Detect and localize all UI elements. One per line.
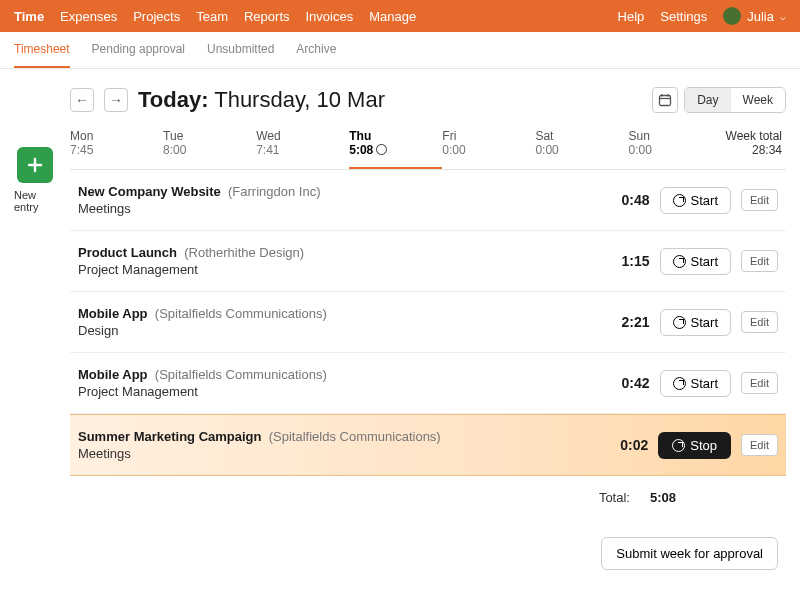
entry-duration: 0:48 xyxy=(600,192,650,208)
edit-button[interactable]: Edit xyxy=(741,311,778,333)
clock-icon xyxy=(672,439,685,452)
start-button[interactable]: Start xyxy=(660,309,731,336)
running-icon xyxy=(376,144,387,155)
top-nav-left: Time Expenses Projects Team Reports Invo… xyxy=(14,9,416,24)
svg-rect-2 xyxy=(660,96,671,106)
edit-button[interactable]: Edit xyxy=(741,250,778,272)
header-row: ← → Today: Thursday, 10 Mar Day Week xyxy=(70,87,786,113)
prev-day-button[interactable]: ← xyxy=(70,88,94,112)
total-label: Total: xyxy=(599,490,630,505)
time-entry: Mobile App (Spitalfields Communications)… xyxy=(70,292,786,353)
view-toggle: Day Week xyxy=(684,87,786,113)
view-week-option[interactable]: Week xyxy=(731,88,785,112)
edit-button[interactable]: Edit xyxy=(741,372,778,394)
start-button[interactable]: Start xyxy=(660,248,731,275)
start-button[interactable]: Start xyxy=(660,370,731,397)
day-sat[interactable]: Sat0:00 xyxy=(535,125,628,169)
edit-button[interactable]: Edit xyxy=(741,189,778,211)
day-fri[interactable]: Fri0:00 xyxy=(442,125,535,169)
nav-expenses[interactable]: Expenses xyxy=(60,9,117,24)
stop-button[interactable]: Stop xyxy=(658,432,731,459)
time-entry-running: Summer Marketing Campaign (Spitalfields … xyxy=(70,414,786,476)
top-nav: Time Expenses Projects Team Reports Invo… xyxy=(0,0,800,32)
entry-duration: 1:15 xyxy=(600,253,650,269)
main-panel: ← → Today: Thursday, 10 Mar Day Week Mon… xyxy=(70,87,786,570)
clock-icon xyxy=(673,194,686,207)
clock-icon xyxy=(673,255,686,268)
new-entry-label: New entry xyxy=(14,189,56,213)
avatar xyxy=(723,7,741,25)
calendar-button[interactable] xyxy=(652,87,678,113)
nav-invoices[interactable]: Invoices xyxy=(306,9,354,24)
entry-duration: 0:02 xyxy=(598,437,648,453)
entry-duration: 2:21 xyxy=(600,314,650,330)
user-menu[interactable]: Julia ⌵ xyxy=(723,7,786,25)
tab-timesheet[interactable]: Timesheet xyxy=(14,42,70,68)
sidebar: New entry xyxy=(14,147,56,570)
edit-button[interactable]: Edit xyxy=(741,434,778,456)
page-title: Today: Thursday, 10 Mar xyxy=(138,87,385,113)
tab-pending-approval[interactable]: Pending approval xyxy=(92,42,185,68)
time-entry: New Company Website (Farringdon Inc) Mee… xyxy=(70,170,786,231)
week-total: Week total 28:34 xyxy=(722,125,786,169)
sub-tabs: Timesheet Pending approval Unsubmitted A… xyxy=(0,32,800,69)
nav-team[interactable]: Team xyxy=(196,9,228,24)
entry-duration: 0:42 xyxy=(600,375,650,391)
day-thu[interactable]: Thu 5:08 xyxy=(349,125,442,169)
submit-week-button[interactable]: Submit week for approval xyxy=(601,537,778,570)
time-entry: Mobile App (Spitalfields Communications)… xyxy=(70,353,786,414)
settings-link[interactable]: Settings xyxy=(660,9,707,24)
next-day-button[interactable]: → xyxy=(104,88,128,112)
help-link[interactable]: Help xyxy=(618,9,645,24)
new-entry-button[interactable] xyxy=(17,147,53,183)
day-mon[interactable]: Mon 7:45 xyxy=(70,125,163,169)
total-value: 5:08 xyxy=(650,490,676,505)
day-sun[interactable]: Sun0:00 xyxy=(628,125,721,169)
nav-manage[interactable]: Manage xyxy=(369,9,416,24)
tab-archive[interactable]: Archive xyxy=(296,42,336,68)
clock-icon xyxy=(673,377,686,390)
top-nav-right: Help Settings Julia ⌵ xyxy=(618,7,786,25)
calendar-icon xyxy=(658,93,672,107)
chevron-down-icon: ⌵ xyxy=(780,11,786,22)
time-entry: Product Launch (Rotherhithe Design) Proj… xyxy=(70,231,786,292)
day-tue[interactable]: Tue 8:00 xyxy=(163,125,256,169)
clock-icon xyxy=(673,316,686,329)
nav-projects[interactable]: Projects xyxy=(133,9,180,24)
user-name: Julia xyxy=(747,9,774,24)
nav-reports[interactable]: Reports xyxy=(244,9,290,24)
nav-time[interactable]: Time xyxy=(14,9,44,24)
entries-list: New Company Website (Farringdon Inc) Mee… xyxy=(70,170,786,476)
start-button[interactable]: Start xyxy=(660,187,731,214)
plus-icon xyxy=(25,155,45,175)
tab-unsubmitted[interactable]: Unsubmitted xyxy=(207,42,274,68)
view-day-option[interactable]: Day xyxy=(685,88,730,112)
week-strip: Mon 7:45 Tue 8:00 Wed 7:41 Thu 5:08 Fri0… xyxy=(70,125,786,170)
day-wed[interactable]: Wed 7:41 xyxy=(256,125,349,169)
day-total-row: Total: 5:08 xyxy=(70,476,786,519)
